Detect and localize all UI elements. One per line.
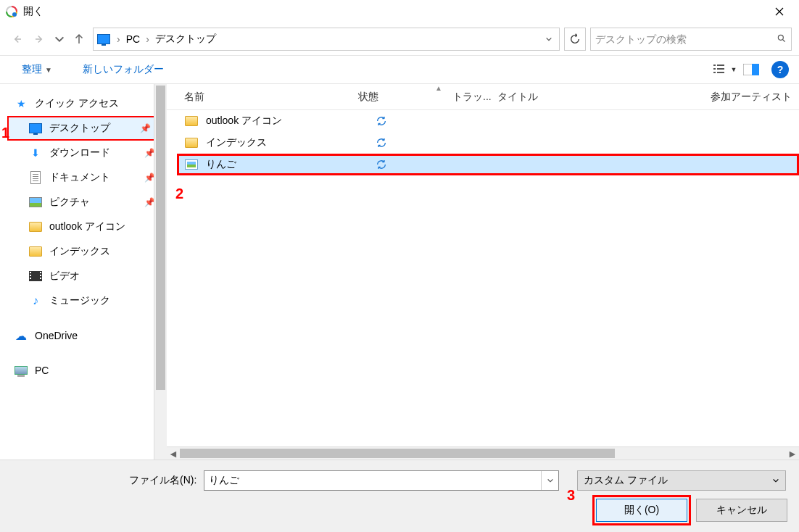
file-name: outlook アイコン: [206, 115, 373, 128]
organize-label: 整理: [22, 63, 42, 76]
footer: ファイル名(N): カスタム ファイル 開く(O) キャンセル: [0, 460, 799, 532]
svg-rect-3: [713, 65, 716, 66]
nav-pictures[interactable]: ピクチャ 📌: [0, 190, 167, 215]
svg-rect-5: [713, 68, 716, 70]
recent-button[interactable]: [54, 30, 65, 49]
download-icon: ⬇: [29, 146, 42, 159]
svg-rect-6: [717, 68, 724, 70]
refresh-icon: [569, 33, 581, 45]
nav-label: ダウンロード: [49, 146, 110, 159]
arrow-up-icon: [73, 33, 86, 46]
forward-button[interactable]: [30, 30, 49, 49]
nav-quick-access[interactable]: ★ クイック アクセス: [0, 91, 167, 116]
nav-label: ピクチャ: [49, 196, 90, 209]
nav-pc[interactable]: PC: [0, 358, 167, 383]
file-row[interactable]: outlook アイコン: [167, 110, 799, 132]
preview-pane-icon: [743, 64, 759, 75]
file-type-combo[interactable]: カスタム ファイル: [577, 470, 786, 491]
search-box[interactable]: [590, 28, 792, 51]
nav-label: クイック アクセス: [35, 97, 119, 110]
search-input[interactable]: [595, 33, 777, 45]
column-title[interactable]: タイトル: [497, 91, 693, 104]
titlebar: 開く: [0, 0, 799, 23]
file-list: outlook アイコン インデックス りんご: [167, 110, 799, 446]
filename-label: ファイル名(N):: [129, 474, 196, 487]
breadcrumb-pc[interactable]: PC: [126, 33, 140, 45]
pin-icon: 📌: [140, 123, 151, 133]
folder-icon: [29, 245, 42, 258]
details-view-icon: [713, 64, 729, 75]
scrollbar-thumb[interactable]: [180, 449, 615, 458]
scrollbar-thumb[interactable]: [156, 86, 165, 390]
address-bar[interactable]: › PC › デスクトップ: [93, 28, 560, 51]
filename-dropdown[interactable]: [541, 471, 558, 490]
nav-music[interactable]: ♪ ミュージック: [0, 288, 167, 313]
window-title: 開く: [23, 5, 44, 18]
nav-row: › PC › デスクトップ: [0, 23, 799, 55]
file-row-selected[interactable]: りんご: [177, 154, 799, 175]
nav-downloads[interactable]: ⬇ ダウンロード 📌: [0, 141, 167, 165]
organize-button[interactable]: 整理 ▼: [17, 60, 57, 79]
video-icon: [29, 270, 42, 283]
search-icon[interactable]: [777, 33, 787, 46]
file-name: インデックス: [206, 136, 373, 149]
filename-input[interactable]: [204, 475, 541, 486]
refresh-button[interactable]: [564, 28, 586, 51]
annotation-1: 1: [1, 125, 9, 141]
up-button[interactable]: [70, 30, 88, 49]
column-artist[interactable]: 参加アーティスト: [693, 91, 799, 104]
address-dropdown[interactable]: [542, 29, 556, 49]
nav-outlook-icons[interactable]: outlook アイコン: [0, 215, 167, 239]
nav-label: デスクトップ: [49, 122, 110, 135]
image-icon: [184, 157, 199, 172]
folder-icon: [29, 220, 42, 233]
nav-label: インデックス: [49, 245, 110, 258]
breadcrumb-folder[interactable]: デスクトップ: [155, 33, 216, 46]
close-icon: [775, 7, 784, 16]
column-track[interactable]: トラッ...: [452, 91, 497, 104]
new-folder-button[interactable]: 新しいフォルダー: [78, 60, 168, 79]
sync-icon: [373, 115, 467, 127]
svg-rect-7: [713, 72, 716, 73]
help-button[interactable]: ?: [771, 61, 789, 78]
pc-icon: [15, 364, 28, 377]
caret-down-icon: ▼: [731, 66, 737, 73]
svg-rect-10: [752, 64, 759, 75]
nav-desktop[interactable]: デスクトップ 📌: [7, 116, 164, 141]
file-type-label: カスタム ファイル: [584, 474, 668, 487]
open-button[interactable]: 開く(O): [596, 499, 687, 522]
horizontal-scrollbar[interactable]: ◄ ►: [167, 446, 799, 460]
new-folder-label: 新しいフォルダー: [83, 63, 164, 76]
file-row[interactable]: インデックス: [167, 132, 799, 154]
sync-icon: [373, 137, 467, 149]
nav-videos[interactable]: ビデオ: [0, 264, 167, 288]
chevron-down-icon: [545, 36, 552, 43]
app-icon: [6, 6, 17, 17]
nav-index[interactable]: インデックス: [0, 239, 167, 264]
folder-icon: [184, 114, 199, 128]
svg-point-1: [12, 12, 17, 17]
back-button[interactable]: [7, 30, 26, 49]
view-mode-button[interactable]: ▼: [712, 59, 738, 80]
scroll-right-button[interactable]: ►: [786, 447, 799, 460]
column-headers: ▲ 名前 状態 トラッ... タイトル 参加アーティスト: [167, 84, 799, 110]
column-name[interactable]: 名前: [184, 91, 358, 104]
nav-scrollbar[interactable]: [154, 84, 167, 460]
preview-pane-button[interactable]: [738, 59, 764, 80]
nav-pane: ★ クイック アクセス デスクトップ 📌 ⬇ ダウンロード 📌 ドキュメント 📌…: [0, 84, 167, 460]
chevron-right-icon: ›: [143, 33, 152, 45]
filename-combo[interactable]: [204, 470, 559, 491]
scroll-left-button[interactable]: ◄: [167, 447, 180, 460]
sync-icon: [373, 159, 467, 170]
nav-onedrive[interactable]: ☁ OneDrive: [0, 323, 167, 348]
nav-documents[interactable]: ドキュメント 📌: [0, 165, 167, 190]
cancel-button[interactable]: キャンセル: [696, 499, 787, 522]
body: ★ クイック アクセス デスクトップ 📌 ⬇ ダウンロード 📌 ドキュメント 📌…: [0, 84, 799, 460]
nav-label: OneDrive: [35, 330, 78, 341]
svg-point-2: [778, 35, 783, 40]
close-button[interactable]: [763, 0, 796, 23]
toolbar: 整理 ▼ 新しいフォルダー ▼ ?: [0, 55, 799, 84]
nav-label: ドキュメント: [49, 171, 110, 184]
folder-icon: [184, 136, 199, 150]
column-state[interactable]: 状態: [358, 91, 452, 104]
